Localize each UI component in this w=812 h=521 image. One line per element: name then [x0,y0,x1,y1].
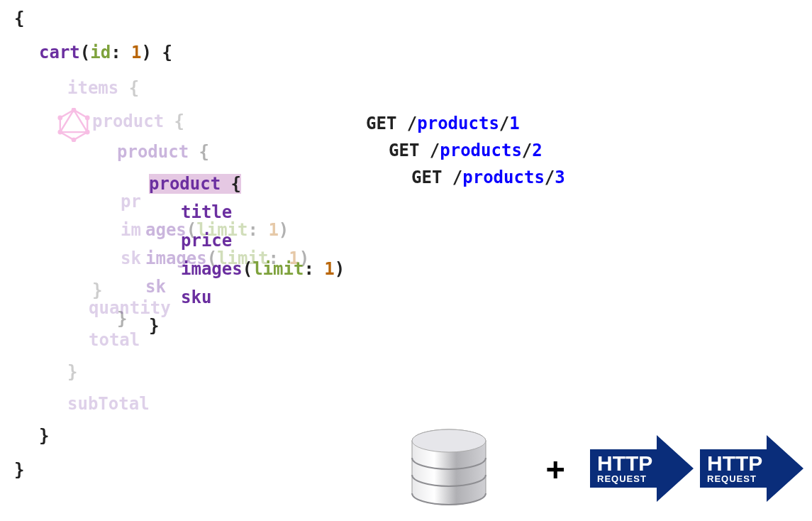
items-close: } [67,362,77,382]
brace-close-back: } [92,280,102,300]
http-request-arrow-1: HTTP REQUEST [589,429,695,508]
svg-point-6 [57,130,62,135]
http-request-arrow-2: HTTP REQUEST [699,429,805,508]
database-icon [399,428,499,517]
svg-text:REQUEST: REQUEST [597,473,647,484]
cart-line: cart(id: 1) { [39,43,172,62]
sku-front: sku [181,287,211,307]
svg-marker-1 [60,110,87,132]
sku-mid: sk [145,277,166,297]
brace-open-outer: { [14,9,24,28]
product-back-line: product { [92,111,184,131]
price-front: price [181,231,232,251]
quantity-line: quantity [89,298,171,318]
svg-point-4 [85,130,90,135]
svg-point-3 [85,116,90,121]
brace-close-front: } [149,316,159,336]
plus-symbol: + [546,451,565,487]
brace-close-outer: } [14,460,24,480]
items-line: items { [67,78,139,98]
images-front: images(limit: 1) [181,259,345,279]
svg-point-7 [57,116,62,121]
product-front-line: product { [149,174,241,194]
http-get-1: GET /products/1 [366,114,520,133]
graphql-logo-icon [57,108,91,146]
svg-point-9 [412,429,486,452]
http-get-2: GET /products/2 [389,141,543,160]
svg-text:REQUEST: REQUEST [707,473,757,484]
title-front: title [181,202,232,222]
subtotal-line: subTotal [67,394,150,414]
svg-text:HTTP: HTTP [707,451,762,475]
price-back: pr [121,192,141,212]
http-get-3: GET /products/3 [411,168,565,187]
images-back: im [121,220,141,240]
svg-text:HTTP: HTTP [597,451,652,475]
cart-close: } [39,426,49,446]
product-mid-line: product { [117,142,209,162]
total-line: total [89,330,140,350]
sku-back: sk [121,248,141,268]
